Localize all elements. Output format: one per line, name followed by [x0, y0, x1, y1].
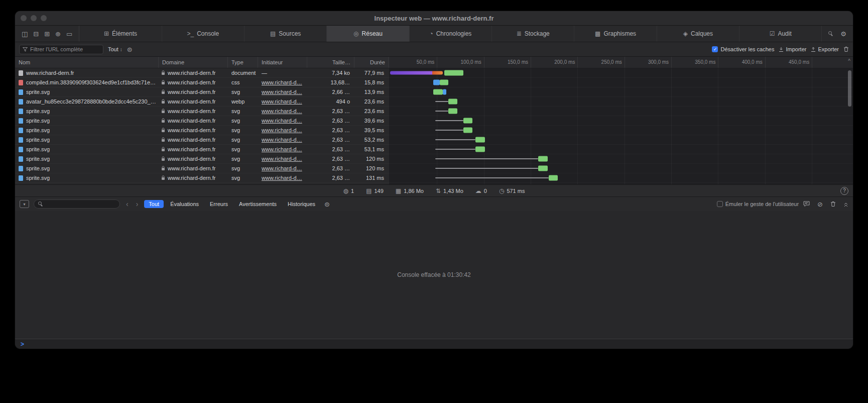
request-initiator[interactable]: www.richard-d… [262, 146, 302, 152]
tab-storage[interactable]: ≣Stockage [492, 26, 574, 42]
tab-bar-right-icons: ⚙ [822, 26, 853, 42]
file-type-icon [19, 166, 23, 171]
console-messages-icon[interactable] [803, 201, 810, 207]
file-type-icon [19, 70, 23, 76]
checkbox-checked-icon: ✓ [712, 46, 718, 52]
request-initiator[interactable]: www.richard-d… [262, 175, 302, 181]
console-prompt-row[interactable]: > [15, 339, 853, 349]
request-type: css [228, 79, 258, 85]
lock-icon [161, 70, 165, 75]
tab-timelines[interactable]: ◔Chronologies [410, 26, 492, 42]
network-request-row[interactable]: sprite.svg www.richard-dern.fr svg www.r… [15, 135, 853, 145]
tab-console[interactable]: >_Console [162, 26, 244, 42]
console-search-input[interactable] [34, 199, 120, 209]
request-initiator[interactable]: www.richard-d… [262, 108, 302, 114]
filter-options-icon[interactable]: ⊜ [127, 46, 133, 53]
network-request-row[interactable]: sprite.svg www.richard-dern.fr svg www.r… [15, 107, 853, 116]
clear-console-icon[interactable]: ⊘ [817, 200, 823, 208]
tab-layers[interactable]: ◈Calques [657, 26, 739, 42]
resource-type-select[interactable]: Tout ↕ [108, 46, 122, 52]
network-request-row[interactable]: sprite.svg www.richard-dern.fr svg www.r… [15, 154, 853, 164]
search-icon[interactable] [828, 31, 833, 36]
timeline-tick-label: 350,0 ms [695, 57, 718, 68]
tab-sources[interactable]: ▤Sources [244, 26, 327, 42]
search-icon [38, 201, 43, 207]
console-scope-tout[interactable]: Tout [144, 200, 164, 208]
waterfall-blue-segment [443, 89, 446, 95]
request-initiator[interactable]: www.richard-d… [262, 156, 302, 162]
console-scope-avertissements[interactable]: Avertissements [234, 200, 281, 208]
network-request-row[interactable]: compiled.min.38390909f303624ed9e1cf1bd3f… [15, 78, 853, 87]
emulate-user-gesture-checkbox[interactable]: Émuler le geste de l'utilisateur [717, 201, 799, 207]
network-request-row[interactable]: sprite.svg www.richard-dern.fr svg www.r… [15, 164, 853, 173]
column-header-type[interactable]: Type [228, 57, 258, 68]
url-filter-placeholder: Filtrer l'URL complète [30, 46, 83, 52]
timelines-icon: ◔ [429, 30, 433, 37]
settings-icon[interactable]: ⚙ [840, 30, 846, 38]
network-request-row[interactable]: sprite.svg www.richard-dern.fr svg www.r… [15, 145, 853, 154]
console-scope-erreurs[interactable]: Erreurs [205, 200, 232, 208]
dock-bottom-icon[interactable]: ⊟ [33, 30, 39, 38]
file-type-icon [19, 80, 23, 85]
request-list: www.richard-dern.fr www.richard-dern.fr … [15, 68, 853, 184]
request-name: avatar_hu85ecc3e298728880b0bde2dcc4e5c23… [26, 98, 156, 105]
close-button[interactable] [21, 15, 27, 21]
network-request-row[interactable]: www.richard-dern.fr www.richard-dern.fr … [15, 68, 853, 78]
help-button[interactable]: ? [840, 187, 848, 195]
dock-separate-icon[interactable]: ⊞ [44, 30, 50, 38]
inspect-element-icon[interactable]: ⊕ [55, 30, 61, 38]
request-initiator[interactable]: www.richard-d… [262, 137, 302, 143]
network-request-row[interactable]: avatar_hu85ecc3e298728880b0bde2dcc4e5c23… [15, 97, 853, 107]
request-domain: www.richard-dern.fr [168, 108, 215, 114]
zoom-button[interactable] [41, 15, 47, 21]
url-filter-input[interactable]: Filtrer l'URL complète [19, 45, 103, 54]
console-toolbar: ▾ ‹ › ToutÉvaluationsErreursAvertissemen… [15, 196, 853, 211]
tab-network[interactable]: ◎Réseau [327, 26, 409, 42]
request-initiator[interactable]: www.richard-d… [262, 79, 302, 85]
previous-result-button[interactable]: ‹ [125, 200, 130, 208]
gridline [531, 57, 531, 68]
network-request-row[interactable]: sprite.svg www.richard-dern.fr svg www.r… [15, 116, 853, 126]
import-button[interactable]: Importer [779, 46, 806, 52]
gridline [484, 57, 484, 68]
request-initiator[interactable]: www.richard-d… [262, 127, 302, 133]
minimize-button[interactable] [31, 15, 37, 21]
column-header-name[interactable]: Nom [15, 57, 159, 68]
column-header-duration[interactable]: Durée [354, 57, 389, 68]
request-domain: www.richard-dern.fr [168, 79, 215, 85]
column-header-domain[interactable]: Domaine [159, 57, 228, 68]
scroll-up-icon[interactable]: ^ [848, 58, 850, 64]
tab-audit-label: Audit [778, 30, 791, 37]
disable-caches-checkbox[interactable]: ✓ Désactiver les caches [712, 46, 774, 52]
request-duration: 39,6 ms [354, 118, 389, 124]
network-table: Nom Domaine Type Initiateur Taille… Duré… [15, 57, 853, 184]
gridline [718, 57, 718, 68]
request-initiator[interactable]: www.richard-d… [262, 165, 302, 171]
column-header-initiator[interactable]: Initiateur [258, 57, 307, 68]
console-trash-icon[interactable] [830, 201, 836, 207]
request-initiator[interactable]: www.richard-d… [262, 118, 302, 124]
lock-icon [161, 175, 165, 180]
file-type-icon [19, 156, 23, 162]
timeline-tick-label: 400,0 ms [742, 57, 765, 68]
device-icon[interactable]: ▭ [66, 30, 72, 38]
console-scope-historiques[interactable]: Historiques [283, 200, 320, 208]
console-scope-evaluations[interactable]: Évaluations [166, 200, 203, 208]
clear-network-items-trash-icon[interactable] [843, 46, 849, 52]
export-button[interactable]: Exporter [811, 46, 839, 52]
request-initiator[interactable]: www.richard-d… [262, 89, 302, 95]
network-request-row[interactable]: sprite.svg www.richard-dern.fr svg www.r… [15, 173, 853, 183]
network-request-row[interactable]: sprite.svg www.richard-dern.fr svg www.r… [15, 126, 853, 135]
console-options-icon[interactable]: ⊜ [324, 200, 330, 208]
collapse-console-icon[interactable] [843, 201, 848, 207]
request-initiator[interactable]: www.richard-d… [262, 98, 302, 105]
tab-graphics[interactable]: ▩Graphismes [574, 26, 657, 42]
request-duration: 23,6 ms [354, 98, 389, 105]
tab-elements[interactable]: ⊞Éléments [79, 26, 162, 42]
column-header-size[interactable]: Taille… [307, 57, 354, 68]
next-result-button[interactable]: › [135, 200, 140, 208]
console-scope-icon[interactable]: ▾ [20, 200, 29, 208]
tab-audit[interactable]: ☑Audit [739, 26, 822, 42]
network-request-row[interactable]: sprite.svg www.richard-dern.fr svg www.r… [15, 87, 853, 97]
dock-side-icon[interactable]: ◫ [22, 30, 28, 38]
